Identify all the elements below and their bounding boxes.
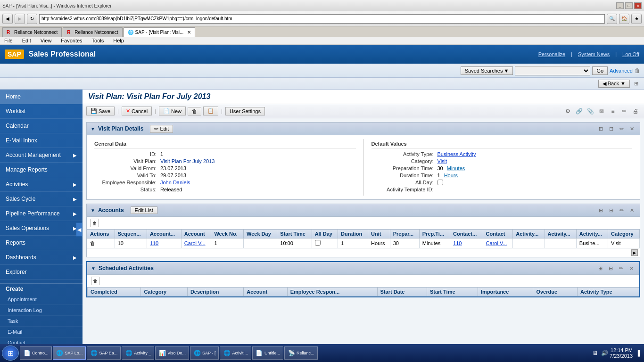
acc-icon-4[interactable]: ✕: [627, 206, 636, 214]
sidebar-item-manage-reports[interactable]: Manage Reports: [0, 163, 83, 177]
sidebar-create-task[interactable]: Task: [0, 316, 83, 327]
menu-edit[interactable]: Edit: [20, 37, 33, 44]
new-btn[interactable]: 📄 New: [159, 107, 186, 115]
back-btn[interactable]: ◀ Back ▼: [598, 80, 630, 88]
favorites-btn[interactable]: ★: [631, 14, 642, 24]
vp-icon-1[interactable]: ⊞: [596, 124, 605, 133]
personalize-link[interactable]: Personalize: [538, 51, 565, 57]
scroll-right-btn[interactable]: ▶: [631, 249, 638, 256]
edit-icon-btn[interactable]: ✏: [619, 107, 629, 116]
print-icon-btn[interactable]: 🖨: [631, 107, 640, 116]
log-off-link[interactable]: Log Off: [622, 51, 639, 57]
sched-icon-3[interactable]: ✏: [617, 264, 625, 272]
taskbar-btn-activities[interactable]: 🌐 Activiti...: [220, 346, 251, 360]
row-delete-icon[interactable]: 🗑: [90, 240, 95, 246]
restore-btn[interactable]: □: [625, 2, 633, 9]
scheduled-collapse-icon[interactable]: ▼: [91, 266, 96, 271]
system-news-link[interactable]: System News: [578, 51, 610, 57]
taskbar-volume-icon[interactable]: 🔊: [600, 346, 609, 360]
acc-icon-3[interactable]: ✏: [617, 206, 626, 214]
sched-icon-4[interactable]: ✕: [627, 264, 636, 272]
back-nav-btn[interactable]: ◀: [2, 14, 13, 24]
sidebar-collapse-btn[interactable]: ◀: [76, 222, 83, 237]
sidebar-create-email[interactable]: E-Mail: [0, 327, 83, 337]
sidebar-item-account-management[interactable]: Account Management ▶: [0, 148, 83, 163]
sidebar-item-sales-operations[interactable]: Sales Operations ▶: [0, 221, 83, 236]
tab-reliance-2[interactable]: R Reliance Netconnect: [63, 27, 122, 37]
taskbar-btn-sap-visit[interactable]: 🌐 SAP - [: [190, 346, 219, 360]
taskbar-btn-reliance[interactable]: 📡 Relianc...: [284, 346, 318, 360]
activity-type-value[interactable]: Business Activity: [438, 151, 476, 157]
row-account-num[interactable]: 110: [147, 239, 181, 248]
save-btn[interactable]: 💾 Save: [86, 107, 115, 115]
all-day-checkbox[interactable]: [438, 180, 443, 185]
menu-file[interactable]: File: [2, 37, 15, 44]
contact-link[interactable]: Carol V...: [486, 240, 507, 246]
visit-plan-collapse-icon[interactable]: ▼: [91, 126, 95, 132]
sidebar-item-home[interactable]: Home: [0, 90, 83, 104]
taskbar-show-desktop-btn[interactable]: ▐: [634, 346, 642, 360]
sidebar-item-calendar[interactable]: Calendar: [0, 119, 83, 133]
vp-icon-4[interactable]: ✕: [627, 124, 636, 133]
menu-favorites[interactable]: Favorites: [59, 37, 84, 44]
taskbar-btn-untitled[interactable]: 📄 Untitle...: [252, 346, 283, 360]
sidebar-item-dashboards[interactable]: Dashboards ▶: [0, 250, 83, 265]
taskbar-btn-saplo[interactable]: 🌐 SAP Lo...: [53, 346, 86, 360]
list-icon-btn[interactable]: ≡: [608, 107, 618, 116]
row-contact[interactable]: Carol V...: [483, 239, 513, 248]
refresh-btn[interactable]: ↻: [27, 14, 37, 24]
sidebar-item-pipeline-performance[interactable]: Pipeline Performance ▶: [0, 206, 83, 221]
category-value[interactable]: Visit: [438, 158, 447, 164]
employee-value[interactable]: John Daniels: [160, 180, 190, 185]
delete-btn[interactable]: 🗑: [188, 107, 201, 115]
forward-nav-btn[interactable]: ▶: [15, 14, 25, 24]
accounts-edit-list-btn[interactable]: Edit List: [131, 206, 157, 214]
sidebar-item-explorer[interactable]: Explorer: [0, 265, 83, 280]
home-btn[interactable]: 🏠: [619, 14, 629, 24]
prep-time-unit[interactable]: Minutes: [447, 165, 465, 171]
duration-unit[interactable]: Hours: [444, 173, 458, 178]
vp-icon-2[interactable]: ⊟: [607, 124, 615, 133]
link-icon-btn[interactable]: 🔗: [574, 107, 584, 116]
taskbar-btn-sapea[interactable]: 🌐 SAP Ea...: [87, 346, 121, 360]
account-num-link[interactable]: 110: [150, 240, 158, 246]
scheduled-delete-btn[interactable]: 🗑: [91, 277, 99, 285]
menu-help[interactable]: Help: [111, 37, 126, 44]
row-actions[interactable]: 🗑: [87, 239, 115, 248]
tab-sap[interactable]: 🌐 SAP - [Visit Plan: Visi... ✕: [124, 27, 196, 37]
send-icon-btn[interactable]: ✉: [597, 107, 606, 116]
accounts-collapse-icon[interactable]: ▼: [91, 208, 95, 213]
address-bar[interactable]: [39, 14, 605, 24]
search-icon[interactable]: 🔍: [607, 14, 617, 24]
sidebar-item-activities[interactable]: Activities ▶: [0, 177, 83, 192]
sched-icon-2[interactable]: ⊟: [606, 264, 615, 272]
clear-search-btn[interactable]: 🗑: [635, 67, 640, 74]
sched-icon-1[interactable]: ⊞: [596, 264, 604, 272]
advanced-btn[interactable]: Advanced: [610, 68, 633, 74]
taskbar-btn-activity[interactable]: 🌐 Activity _: [122, 346, 154, 360]
search-dropdown[interactable]: [515, 66, 590, 75]
sidebar-item-worklist[interactable]: Worklist: [0, 104, 83, 119]
menu-tools[interactable]: Tools: [90, 37, 106, 44]
row-all-day[interactable]: [312, 239, 338, 248]
menu-view[interactable]: View: [39, 37, 54, 44]
taskbar-network-icon[interactable]: 🖥: [591, 346, 599, 360]
close-btn[interactable]: ✕: [634, 2, 642, 9]
sidebar-create-interaction-log[interactable]: Interaction Log: [0, 305, 83, 316]
acc-icon-1[interactable]: ⊞: [596, 206, 605, 214]
settings-icon-btn[interactable]: ⚙: [563, 107, 572, 116]
row-all-day-checkbox[interactable]: [315, 240, 321, 246]
row-contact-num[interactable]: 110: [450, 239, 483, 248]
taskbar-btn-word[interactable]: 📄 Contro...: [20, 346, 52, 360]
accounts-delete-row-btn[interactable]: 🗑: [91, 219, 99, 227]
acc-icon-2[interactable]: ⊟: [607, 206, 615, 214]
start-button[interactable]: ⊞: [2, 346, 19, 361]
tab-reliance-1[interactable]: R Reliance Netconnect: [2, 27, 62, 37]
sidebar-item-sales-cycle[interactable]: Sales Cycle ▶: [0, 192, 83, 206]
visit-plan-edit-btn[interactable]: ✏ Edit: [150, 125, 173, 133]
taskbar-btn-viso[interactable]: 📊 Viso Do...: [155, 346, 189, 360]
sidebar-item-reports[interactable]: Reports: [0, 236, 83, 250]
tab-close-3[interactable]: ✕: [187, 30, 191, 35]
contact-num-link[interactable]: 110: [453, 240, 462, 246]
copy-btn[interactable]: 📋: [203, 107, 218, 115]
